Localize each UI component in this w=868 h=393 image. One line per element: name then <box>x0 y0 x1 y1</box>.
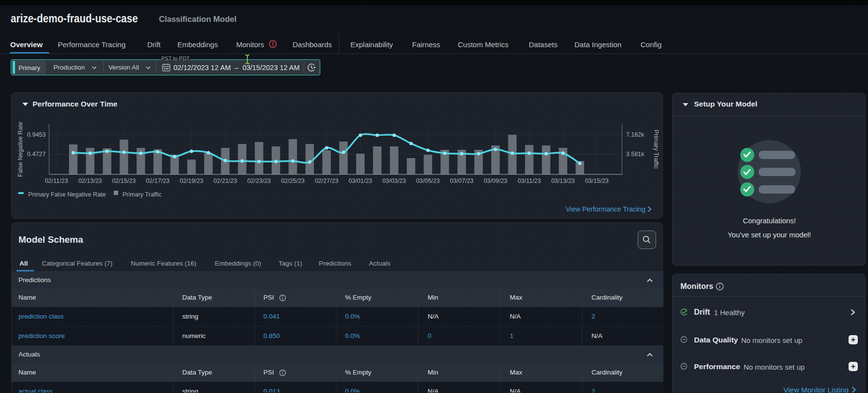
svg-text:03/03/23: 03/03/23 <box>382 178 406 184</box>
svg-text:02/15/23: 02/15/23 <box>112 178 136 184</box>
svg-text:03/11/23: 03/11/23 <box>518 178 541 184</box>
svg-text:3.581k: 3.581k <box>626 151 644 158</box>
svg-text:03/01/23: 03/01/23 <box>348 178 372 184</box>
svg-text:02/21/23: 02/21/23 <box>213 178 237 184</box>
svg-text:False Negative Rate: False Negative Rate <box>17 122 24 177</box>
svg-text:0.9453: 0.9453 <box>27 131 46 138</box>
svg-text:7.162k: 7.162k <box>626 131 644 138</box>
svg-text:02/19/23: 02/19/23 <box>180 178 204 184</box>
svg-text:02/17/23: 02/17/23 <box>146 178 170 184</box>
svg-text:02/11/23: 02/11/23 <box>45 178 68 184</box>
svg-text:02/13/23: 02/13/23 <box>78 178 102 184</box>
svg-text:Primary Traffic: Primary Traffic <box>653 130 660 169</box>
svg-text:02/23/23: 02/23/23 <box>247 178 271 184</box>
svg-text:03/09/23: 03/09/23 <box>484 178 507 184</box>
svg-text:03/07/23: 03/07/23 <box>450 178 474 184</box>
svg-text:03/05/23: 03/05/23 <box>416 178 440 184</box>
svg-text:03/13/23: 03/13/23 <box>551 178 575 184</box>
svg-text:02/25/23: 02/25/23 <box>281 178 305 184</box>
svg-text:02/27/23: 02/27/23 <box>315 178 339 184</box>
svg-text:03/15/23: 03/15/23 <box>585 178 609 184</box>
svg-text:0.4727: 0.4727 <box>27 151 46 158</box>
